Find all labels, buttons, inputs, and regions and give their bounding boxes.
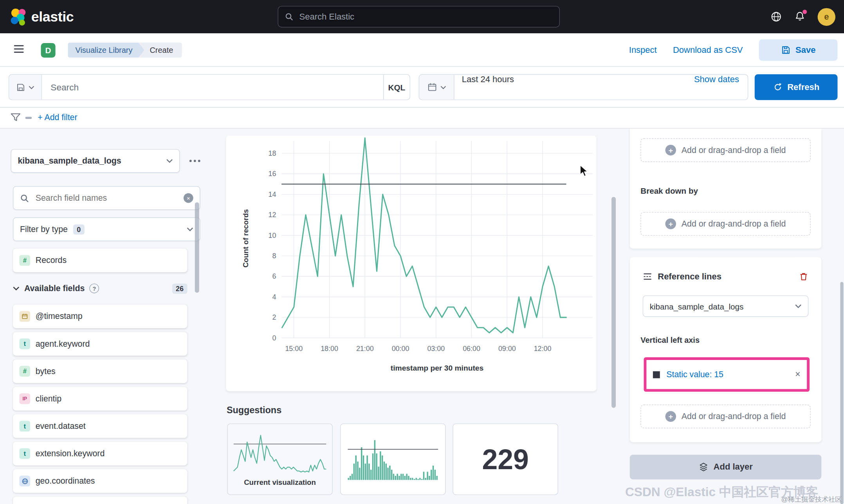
field-item-clientip[interactable]: IPclientip xyxy=(13,387,188,411)
time-range-value[interactable]: Last 24 hours xyxy=(454,75,514,99)
chevron-down-icon xyxy=(29,85,34,89)
geo-field-icon xyxy=(20,476,31,487)
records-field-item[interactable]: # Records xyxy=(13,248,188,272)
sidebar-scrollbar[interactable] xyxy=(195,202,199,293)
svg-text:16: 16 xyxy=(269,170,276,178)
ip-field-icon: IP xyxy=(20,393,31,404)
mouse-cursor xyxy=(579,165,591,178)
show-dates-button[interactable]: Show dates xyxy=(694,75,748,99)
records-label: Records xyxy=(36,256,67,265)
svg-text:21:00: 21:00 xyxy=(356,345,374,353)
clear-search-icon[interactable]: × xyxy=(184,193,193,203)
filter-bar xyxy=(0,108,844,129)
remove-dimension-icon[interactable]: × xyxy=(795,369,801,380)
svg-text:6: 6 xyxy=(272,272,276,280)
date-quick-menu-button[interactable] xyxy=(419,75,454,99)
suggestion-metric[interactable]: 229 xyxy=(453,423,558,495)
avatar[interactable]: e xyxy=(818,8,835,25)
drop-field-zone-breakdown[interactable]: + Add or drag-and-drop a field xyxy=(640,212,811,236)
svg-text:06:00: 06:00 xyxy=(463,345,480,353)
query-input[interactable] xyxy=(50,81,376,93)
chevron-down-icon xyxy=(440,85,446,89)
drop-field-label: Add or drag-and-drop a field xyxy=(682,412,786,421)
field-search-input[interactable] xyxy=(34,193,178,203)
add-layer-label: Add layer xyxy=(714,462,753,472)
data-view-picker[interactable]: kibana_sample_data_logs xyxy=(11,149,180,173)
download-csv-button[interactable]: Download as CSV xyxy=(673,45,743,55)
svg-text:15:00: 15:00 xyxy=(285,345,303,353)
field-item-agent.keyword[interactable]: tagent.keyword xyxy=(13,332,188,356)
available-fields-header[interactable]: Available fields ? 26 xyxy=(13,279,188,298)
date-field-icon xyxy=(20,311,31,322)
chevron-down-icon xyxy=(166,159,173,163)
current-visualization-label: Current visualization xyxy=(244,478,316,486)
svg-text:0: 0 xyxy=(272,334,276,342)
field-name: event.dataset xyxy=(36,421,86,431)
help-icon[interactable]: ? xyxy=(90,284,99,293)
drop-field-zone-vertical-axis[interactable]: + Add or drag-and-drop a field xyxy=(640,138,811,162)
static-value-dimension[interactable]: Static value: 15 × xyxy=(644,357,810,392)
page-scrollbar[interactable] xyxy=(840,282,843,504)
drop-field-label: Add or drag-and-drop a field xyxy=(682,219,786,229)
kql-language-button[interactable]: KQL xyxy=(383,75,409,99)
reference-data-view-picker[interactable]: kibana_sample_data_logs xyxy=(643,295,809,317)
plus-circle-icon: + xyxy=(665,411,676,422)
global-search-input[interactable] xyxy=(298,11,553,22)
field-item-extension.keyword[interactable]: textension.keyword xyxy=(13,442,188,466)
chart-panel: 02468101214161815:0018:0021:0000:0003:00… xyxy=(226,136,597,391)
line-chart[interactable]: 02468101214161815:0018:0021:0000:0003:00… xyxy=(226,136,597,391)
global-search[interactable] xyxy=(278,6,560,27)
suggestion-bar-chart[interactable] xyxy=(340,423,446,495)
refresh-button-label: Refresh xyxy=(787,82,819,92)
svg-text:14: 14 xyxy=(269,191,276,198)
workspace-scrollbar[interactable] xyxy=(611,197,616,408)
breadcrumb-visualize-library[interactable]: Visualize Library xyxy=(68,43,144,58)
available-fields-count-badge: 26 xyxy=(172,283,187,293)
drop-field-label: Add or drag-and-drop a field xyxy=(682,145,786,155)
filter-dash-icon xyxy=(25,117,32,119)
layer-config-panel: + Add or drag-and-drop a field Break dow… xyxy=(630,129,822,249)
break-down-by-label: Break down by xyxy=(640,186,698,195)
inspect-button[interactable]: Inspect xyxy=(629,45,657,55)
reference-lines-panel: Reference lines kibana_sample_data_logs … xyxy=(630,257,822,442)
date-picker: Last 24 hours Show dates xyxy=(419,74,748,100)
keyword-field-icon: t xyxy=(20,338,31,349)
saved-query-menu-button[interactable] xyxy=(9,75,42,99)
notifications-button[interactable] xyxy=(794,11,806,23)
saved-query-icon xyxy=(16,83,25,92)
menu-icon[interactable] xyxy=(14,45,24,53)
field-name: clientip xyxy=(36,394,61,404)
svg-text:timestamp per 30 minutes: timestamp per 30 minutes xyxy=(391,364,484,372)
layers-icon xyxy=(698,462,708,472)
elastic-logo-icon[interactable] xyxy=(9,7,28,27)
field-item-@timestamp[interactable]: @timestamp xyxy=(13,304,188,328)
save-button-label: Save xyxy=(795,45,815,55)
svg-text:18:00: 18:00 xyxy=(321,345,338,353)
mini-line-chart xyxy=(231,432,328,477)
query-input-wrap xyxy=(42,75,383,99)
brand-wordmark: elastic xyxy=(31,7,74,26)
filter-icon[interactable] xyxy=(10,112,22,123)
save-button[interactable]: Save xyxy=(759,39,838,61)
search-icon xyxy=(285,13,293,21)
field-item-geo.coordinates[interactable]: geo.coordinates xyxy=(13,469,188,493)
add-filter-button[interactable]: + Add filter xyxy=(38,112,77,122)
field-item-event.dataset[interactable]: tevent.dataset xyxy=(13,414,188,438)
field-list: @timestamptagent.keyword#bytesIPclientip… xyxy=(13,304,188,504)
svg-text:09:00: 09:00 xyxy=(498,345,516,353)
add-layer-button[interactable]: Add layer xyxy=(630,455,822,479)
refresh-button[interactable]: Refresh xyxy=(755,74,838,100)
drop-field-zone-reference[interactable]: + Add or drag-and-drop a field xyxy=(640,405,811,428)
search-icon xyxy=(20,193,29,202)
available-fields-label: Available fields xyxy=(24,284,85,293)
mini-bar-chart xyxy=(348,437,438,482)
trash-icon[interactable] xyxy=(799,272,809,281)
field-item-partial[interactable] xyxy=(13,497,188,504)
data-view-options-icon[interactable] xyxy=(188,158,201,164)
space-avatar[interactable]: D xyxy=(41,43,56,58)
field-item-bytes[interactable]: #bytes xyxy=(13,360,188,383)
kibana-lens-editor: elastic e xyxy=(0,0,844,504)
globe-icon[interactable] xyxy=(770,11,782,23)
suggestion-current[interactable]: Current visualization xyxy=(227,423,333,495)
filter-by-type-button[interactable]: Filter by type 0 xyxy=(13,218,200,241)
